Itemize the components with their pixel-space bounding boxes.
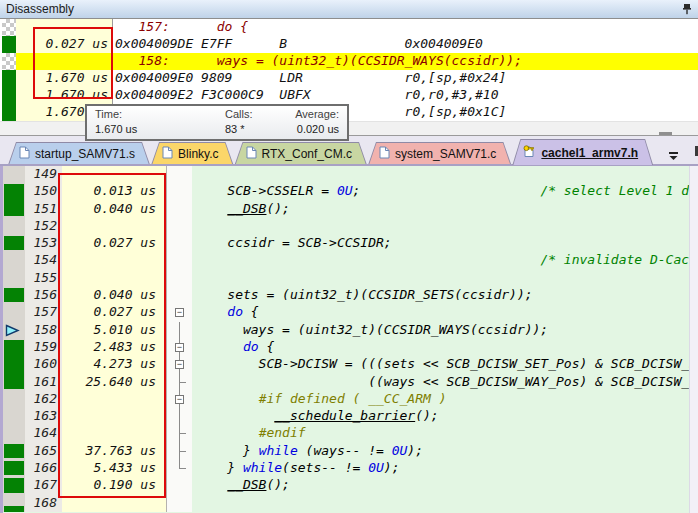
code-segment: /* invalidate D-Cach	[540, 252, 690, 267]
editor-line[interactable]: 1592.483 us− do {	[3, 339, 690, 356]
code-segment: do	[227, 304, 243, 319]
tab-cachel1-armv7-h[interactable]: cachel1_armv7.h	[512, 139, 653, 165]
tab-list-dropdown-icon[interactable]	[669, 147, 678, 156]
execution-coverage-marker	[2, 87, 16, 104]
disassembly-titlebar[interactable]: Disassembly	[0, 0, 698, 19]
line-exec-time	[62, 391, 166, 408]
code-text: #if defined ( __CC_ARM )	[192, 391, 690, 408]
editor-line[interactable]: 16125.640 us ((ways << SCB_DCISW_WAY_Pos…	[3, 374, 690, 391]
editor-line[interactable]: 1585.010 us ways = (uint32_t)(CCSIDR_WAY…	[3, 322, 690, 339]
line-number: 158	[25, 322, 62, 339]
editor-tabs: startup_SAMV71.sBlinky.cRTX_Conf_CM.csys…	[8, 141, 654, 165]
fold-collapse-icon[interactable]: −	[166, 391, 192, 408]
disassembly-current-line[interactable]: 158: ways = (uint32_t)(CCSIDR_WAYS(ccsid…	[0, 53, 698, 70]
coverage-margin-cell	[3, 425, 25, 442]
code-segment: #endif	[259, 425, 306, 440]
editor-line[interactable]: 1500.013 us SCB->CSSELR = 0U; /* select …	[3, 183, 690, 200]
editor-line[interactable]: 149	[3, 166, 690, 183]
tooltip-average-value: 0.020 us	[297, 123, 339, 137]
code-segment: SCB->CSSELR =	[196, 183, 337, 198]
editor-line[interactable]: 162− #if defined ( __CC_ARM )	[3, 391, 690, 408]
editor-line[interactable]: 154 /* invalidate D-Cach	[3, 252, 690, 269]
editor-line[interactable]: 152	[3, 218, 690, 235]
coverage-margin-cell	[3, 443, 25, 460]
tab-startup-samv71-s[interactable]: startup_SAMV71.s	[8, 142, 150, 165]
code-segment	[196, 408, 274, 423]
editor-line[interactable]: 1604.273 us− SCB->DCISW = (((sets << SCB…	[3, 356, 690, 373]
code-text: } while (ways-- != 0U);	[192, 443, 690, 460]
line-number: 168	[25, 495, 62, 512]
tooltip-calls-label: Calls:	[225, 108, 295, 122]
code-segment: #if defined ( __CC_ARM )	[259, 391, 447, 406]
fold-margin-cell	[166, 408, 192, 425]
code-text: do {	[192, 304, 690, 321]
line-number: 152	[25, 218, 62, 235]
code-segment: while	[259, 443, 298, 458]
code-text	[192, 218, 690, 235]
line-number: 165	[25, 443, 62, 460]
code-editor[interactable]: 1491500.013 us SCB->CSSELR = 0U; /* sele…	[0, 166, 698, 513]
code-segment: sets = (uint32_t)(CCSIDR_SETS(ccsidr));	[196, 287, 533, 302]
fold-margin-cell	[166, 322, 192, 339]
tab-label: RTX_Conf_CM.c	[262, 147, 352, 161]
editor-line[interactable]: 1570.027 us− do {	[3, 304, 690, 321]
tab-label: cachel1_armv7.h	[541, 146, 638, 160]
no-code-marker	[2, 53, 16, 70]
code-segment: 0U	[368, 460, 384, 475]
editor-line[interactable]: 155	[3, 270, 690, 287]
instruction-time	[16, 19, 113, 36]
tab-rtx-conf-cm-c[interactable]: RTX_Conf_CM.c	[235, 142, 367, 165]
execution-coverage-marker	[2, 70, 16, 87]
fold-margin-cell	[166, 477, 192, 494]
editor-line[interactable]: 168	[3, 495, 690, 512]
fold-collapse-icon[interactable]: −	[166, 339, 192, 356]
disassembly-row[interactable]: 1.670 us0x004009E2 F3C000C9 UBFX r0,r0,#…	[0, 87, 698, 104]
profiling-tooltip: Time: Calls: Average: 1.670 us 83 * 0.02…	[85, 104, 349, 141]
editor-line[interactable]: 1670.190 us __DSB();	[3, 477, 690, 494]
tab-system-samv71-c[interactable]: system_SAMV71.c	[368, 142, 511, 165]
code-segment	[196, 304, 227, 319]
code-segment: {	[259, 339, 275, 354]
code-text: SCB->DCISW = (((sets << SCB_DCISW_SET_Po…	[192, 356, 690, 373]
editor-lines: 1491500.013 us SCB->CSSELR = 0U; /* sele…	[3, 166, 690, 512]
editor-line[interactable]: 1665.433 us } while(sets-- != 0U);	[3, 460, 690, 477]
line-number: 166	[25, 460, 62, 477]
editor-vscrollbar[interactable]	[689, 166, 698, 513]
coverage-margin-cell	[3, 287, 25, 304]
editor-line[interactable]: 163 __schedule_barrier();	[3, 408, 690, 425]
fold-collapse-icon[interactable]: −	[166, 304, 192, 321]
code-segment: ;	[353, 183, 541, 198]
disassembly-row[interactable]: 0.027 us0x004009DE E7FF B 0x004009E0	[0, 36, 698, 53]
fold-margin-cell	[166, 460, 192, 477]
code-segment: );	[384, 460, 400, 475]
fold-minus-glyph: −	[175, 360, 184, 369]
coverage-margin-cell	[3, 252, 25, 269]
line-number: 163	[25, 408, 62, 425]
fold-minus-glyph: −	[175, 308, 184, 317]
coverage-block	[4, 506, 24, 512]
line-exec-time	[62, 425, 166, 442]
editor-line[interactable]: 164 #endif	[3, 425, 690, 442]
execution-coverage-marker	[2, 36, 16, 53]
code-segment: ();	[266, 201, 289, 216]
code-segment: ((ways << SCB_DCISW_WAY_Pos) & SCB_DCISW…	[196, 374, 690, 389]
pin-icon[interactable]	[682, 3, 692, 15]
code-text	[192, 495, 690, 512]
coverage-margin-cell	[3, 391, 25, 408]
instruction-text: 0x004009E2 F3C000C9 UBFX r0,r0,#3,#10	[113, 87, 698, 104]
disassembly-row[interactable]: 157: do {	[0, 19, 698, 36]
tab-blinky-c[interactable]: Blinky.c	[151, 142, 233, 165]
editor-line[interactable]: 1530.027 us ccsidr = SCB->CCSIDR;	[3, 235, 690, 252]
line-exec-time: 0.040 us	[62, 287, 166, 304]
instruction-text: 0x004009DE E7FF B 0x004009E0	[113, 36, 698, 53]
editor-line[interactable]: 1510.040 us __DSB();	[3, 201, 690, 218]
editor-line[interactable]: 1560.040 us sets = (uint32_t)(CCSIDR_SET…	[3, 287, 690, 304]
coverage-margin-cell	[3, 270, 25, 287]
tab-face: RTX_Conf_CM.c	[236, 143, 366, 165]
fold-collapse-icon[interactable]: −	[166, 356, 192, 373]
editor-line[interactable]: 16537.763 us } while (ways-- != 0U);	[3, 443, 690, 460]
line-exec-time: 25.640 us	[62, 374, 166, 391]
code-segment: ccsidr = SCB->CCSIDR;	[196, 235, 392, 250]
line-exec-time: 5.433 us	[62, 460, 166, 477]
disassembly-row[interactable]: 1.670 us0x004009E0 9809 LDR r0,[sp,#0x24…	[0, 70, 698, 87]
